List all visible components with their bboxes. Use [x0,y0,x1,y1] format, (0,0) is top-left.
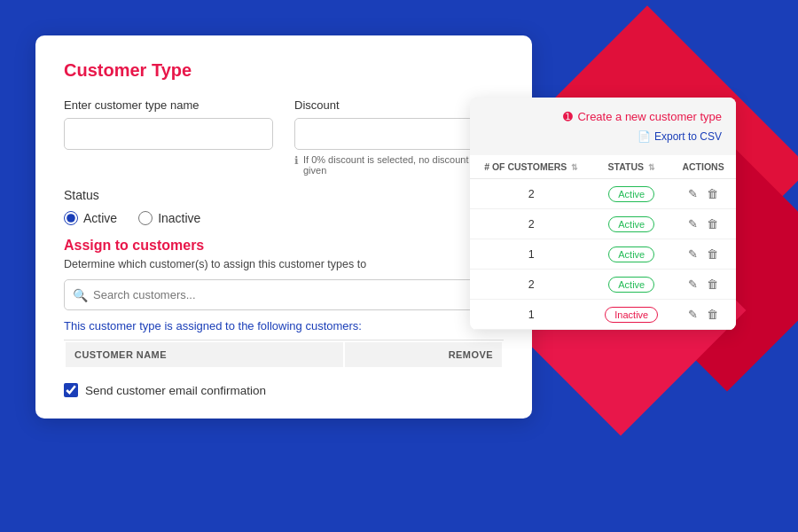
delete-button[interactable]: 🗑 [705,215,720,232]
delete-button[interactable]: 🗑 [705,185,720,202]
search-input[interactable] [64,279,504,310]
table-row: 1Active✎🗑 [470,239,736,270]
status-badge: Active [608,216,654,232]
table-row: 2Active✎🗑 [470,270,736,300]
sort-arrow-status: ⇅ [648,163,655,172]
create-new-link[interactable]: ➊ Create a new customer type [484,110,722,123]
action-icons: ✎🗑 [679,246,727,262]
table-row: 2Active✎🗑 [470,179,736,209]
cell-count: 2 [470,270,592,300]
sort-arrow-customers: ⇅ [571,163,578,172]
info-icon: ℹ [294,154,299,167]
cell-actions: ✎🗑 [670,209,736,239]
edit-button[interactable]: ✎ [686,246,700,262]
delete-button[interactable]: 🗑 [705,246,720,262]
action-icons: ✎🗑 [679,306,727,323]
radio-group: Active Inactive [64,211,504,225]
radio-inactive[interactable]: Inactive [138,211,200,225]
radio-inactive-input[interactable] [138,211,153,225]
form-title: Customer Type [64,60,504,81]
assign-desc: Determine which customer(s) to assign th… [64,258,504,270]
customers-table: CUSTOMER NAME REMOVE [64,340,504,369]
col-customers: # OF CUSTOMERS ⇅ [470,155,592,179]
email-confirm-row: Send customer email confirmation [64,383,504,397]
cell-count: 2 [470,209,592,239]
search-icon: 🔍 [73,288,88,302]
export-icon: 📄 [638,130,651,143]
edit-button[interactable]: ✎ [686,185,700,202]
customers-col-name: CUSTOMER NAME [66,342,343,367]
col-actions: ACTIONS [670,155,736,179]
radio-active-input[interactable] [64,211,78,225]
delete-button[interactable]: 🗑 [705,306,720,323]
export-csv-link[interactable]: 📄 Export to CSV [484,130,722,143]
status-badge: Active [608,277,654,293]
cell-status: Active [592,270,670,300]
form-card: Customer Type Enter customer type name D… [35,35,532,419]
assign-title: Assign to customers [64,238,504,254]
table-card-header: ➊ Create a new customer type 📄 Export to… [470,98,736,155]
status-label: Status [64,188,504,202]
radio-inactive-label: Inactive [158,211,200,225]
email-confirm-checkbox[interactable] [64,383,78,397]
data-table-body: 2Active✎🗑2Active✎🗑1Active✎🗑2Active✎🗑1Ina… [470,179,736,330]
cell-status: Active [592,179,670,209]
col-status: STATUS ⇅ [592,155,670,179]
action-icons: ✎🗑 [679,185,727,202]
cell-count: 1 [470,239,592,270]
customers-col-remove: REMOVE [345,342,502,367]
table-card: ➊ Create a new customer type 📄 Export to… [470,98,736,330]
edit-button[interactable]: ✎ [686,306,700,323]
export-link-text: Export to CSV [654,130,722,143]
cell-status: Active [592,209,670,239]
status-badge: Active [608,246,654,262]
cell-actions: ✎🗑 [670,300,736,330]
email-confirm-label: Send customer email confirmation [85,384,266,397]
create-link-text: Create a new customer type [577,110,722,123]
status-section: Status Active Inactive [64,188,504,225]
radio-active-label: Active [83,211,117,225]
status-badge: Active [608,186,654,202]
cell-count: 1 [470,300,592,330]
edit-button[interactable]: ✎ [686,276,700,293]
assigned-label: This customer type is assigned to the fo… [64,319,504,332]
delete-button[interactable]: 🗑 [705,276,720,293]
customer-type-label: Enter customer type name [64,98,273,112]
assign-section: Assign to customers Determine which cust… [64,238,504,369]
table-row: 1Inactive✎🗑 [470,300,736,330]
table-row: 2Active✎🗑 [470,209,736,239]
action-icons: ✎🗑 [679,215,727,232]
cell-actions: ✎🗑 [670,270,736,300]
edit-button[interactable]: ✎ [686,215,700,232]
cell-actions: ✎🗑 [670,239,736,270]
customer-type-input[interactable] [64,118,273,150]
action-icons: ✎🗑 [679,276,727,293]
data-table: # OF CUSTOMERS ⇅ STATUS ⇅ ACTIONS 2Activ… [470,155,736,330]
cell-actions: ✎🗑 [670,179,736,209]
radio-active[interactable]: Active [64,211,117,225]
plus-circle-icon: ➊ [563,110,573,123]
cell-count: 2 [470,179,592,209]
cell-status: Active [592,239,670,270]
cell-status: Inactive [592,300,670,330]
status-badge: Inactive [605,307,658,323]
